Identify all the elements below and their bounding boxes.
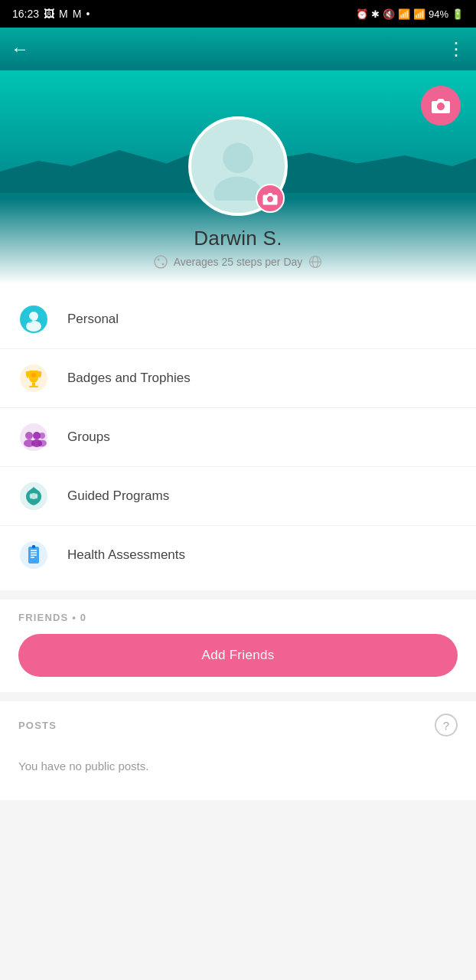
friends-section: FRIENDS • 0 Add Friends	[0, 599, 476, 692]
svg-point-21	[39, 433, 45, 439]
svg-point-22	[37, 440, 47, 447]
menu-item-guided[interactable]: Guided Programs	[0, 467, 476, 526]
svg-point-3	[157, 259, 159, 261]
profile-name: Darwin S.	[0, 227, 476, 250]
friends-header: FRIENDS • 0	[18, 612, 458, 623]
add-friends-button[interactable]: Add Friends	[18, 634, 458, 677]
status-bar: 16:23 🖼 M M • ⏰ ✱ 🔇 📶 📶 94% 🔋	[0, 0, 476, 28]
svg-point-24	[31, 493, 37, 499]
groups-label: Groups	[67, 430, 110, 445]
signal-icon: 📶	[413, 8, 425, 20]
personal-icon	[18, 304, 49, 335]
back-button[interactable]: ←	[11, 38, 29, 60]
svg-rect-14	[29, 386, 38, 387]
svg-point-0	[223, 142, 253, 173]
wifi-icon: 📶	[398, 8, 410, 20]
status-left: 16:23 🖼 M M •	[12, 8, 90, 20]
dot-indicator: •	[86, 8, 90, 20]
change-avatar-button[interactable]	[256, 184, 285, 213]
svg-point-2	[155, 256, 167, 268]
profile-stats: Averages 25 steps per Day	[0, 255, 476, 269]
menu-item-badges[interactable]: Badges and Trophies	[0, 349, 476, 408]
more-menu-button[interactable]: ⋮	[447, 38, 465, 60]
change-cover-button[interactable]	[421, 86, 461, 126]
posts-section: POSTS ? You have no public posts.	[0, 701, 476, 800]
volume-icon: 🔇	[383, 8, 395, 20]
battery-icon: 🔋	[452, 8, 464, 20]
posts-empty-message: You have no public posts.	[18, 752, 458, 788]
top-bar: ← ⋮	[0, 28, 476, 70]
mail2-icon: M	[73, 8, 82, 20]
groups-icon	[18, 422, 49, 452]
svg-rect-31	[32, 545, 35, 548]
badges-label: Badges and Trophies	[67, 371, 191, 386]
posts-header: POSTS ?	[18, 714, 458, 737]
guided-label: Guided Programs	[67, 488, 169, 504]
menu-item-health[interactable]: Health Assessments	[0, 526, 476, 584]
svg-point-11	[28, 318, 32, 323]
posts-title: POSTS	[18, 720, 57, 731]
health-icon	[18, 540, 49, 570]
avatar-container	[188, 116, 288, 216]
menu-list: Personal Badges and Trophies	[0, 284, 476, 590]
profile-hero: Darwin S. Averages 25 steps per Day	[0, 70, 476, 284]
menu-item-groups[interactable]: Groups	[0, 408, 476, 467]
battery-level: 94%	[429, 8, 448, 20]
svg-point-17	[25, 432, 33, 439]
help-button[interactable]: ?	[435, 714, 458, 737]
svg-rect-13	[32, 383, 35, 386]
health-label: Health Assessments	[67, 547, 185, 563]
personal-label: Personal	[67, 312, 119, 327]
menu-item-personal[interactable]: Personal	[0, 290, 476, 349]
alarm-icon: ⏰	[356, 8, 368, 20]
trophy-icon	[18, 363, 49, 394]
mail-icon: M	[59, 8, 68, 20]
guided-icon	[18, 481, 49, 511]
photo-icon: 🖼	[44, 8, 54, 20]
status-right: ⏰ ✱ 🔇 📶 📶 94% 🔋	[356, 8, 464, 20]
svg-point-15	[31, 373, 36, 377]
status-time: 16:23	[12, 8, 39, 20]
bluetooth-icon: ✱	[371, 8, 380, 20]
svg-point-4	[161, 263, 164, 266]
